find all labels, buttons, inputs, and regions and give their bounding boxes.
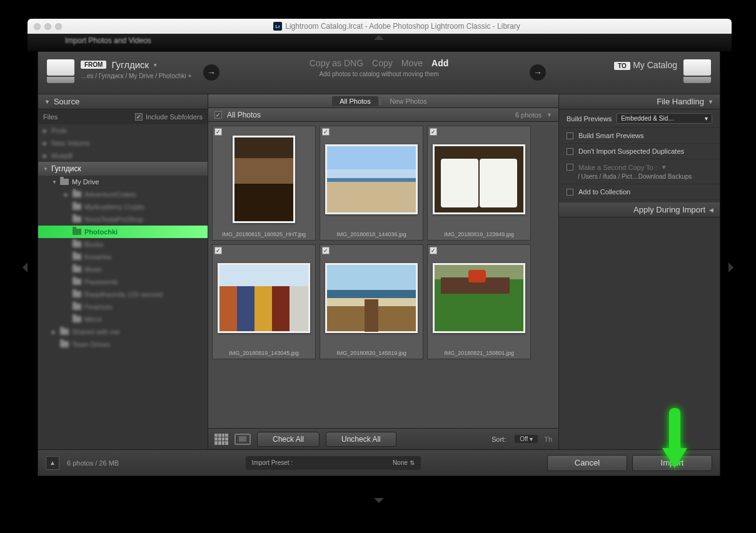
thumbnail-image[interactable]: [325, 263, 418, 333]
source-block[interactable]: FROM Гуглдиск ▾ …es / Гуглдиск / My Driv…: [47, 59, 191, 83]
thumbnail-image[interactable]: [218, 263, 310, 333]
folder-icon: [60, 179, 69, 185]
panel-expand-left-icon[interactable]: [23, 262, 28, 272]
loupe-view-icon[interactable]: [234, 434, 251, 445]
traffic-lights[interactable]: [34, 23, 62, 30]
files-bar: Files ✓ Include Subfolders: [38, 109, 208, 124]
disclosure-triangle-icon[interactable]: ◀: [709, 207, 713, 213]
no-duplicates-row[interactable]: Don't Import Suspected Duplicates: [559, 144, 720, 159]
tree-item[interactable]: Kosanka: [38, 251, 208, 263]
panel-expand-bottom-icon[interactable]: [374, 498, 384, 503]
smart-previews-row[interactable]: Build Smart Previews: [559, 128, 720, 144]
tree-item[interactable]: Finances: [38, 301, 208, 313]
tree-item[interactable]: ▶AdventureCrates: [38, 188, 208, 201]
thumb-checkbox[interactable]: ✓: [430, 247, 437, 254]
thumbnail-cell[interactable]: ✓ IMG_20180819_143045.jpg: [212, 244, 316, 359]
check-all-button[interactable]: Check All: [257, 432, 320, 447]
disclosure-triangle-icon[interactable]: ▼: [708, 99, 713, 105]
file-handling-header[interactable]: File Handling ▼: [559, 94, 720, 109]
sort-dropdown[interactable]: Off ▾: [515, 435, 538, 443]
tab-all-photos[interactable]: All Photos: [332, 96, 378, 106]
smart-previews-checkbox[interactable]: [567, 132, 573, 139]
grid-view-icon[interactable]: [214, 434, 228, 445]
thumb-filename: IMG_20180815_160925_HHT.jpg: [213, 231, 315, 237]
second-copy-label: Make a Second Copy To :: [578, 164, 657, 171]
thumbnail-cell[interactable]: ✓ IMG_20180819_123949.jpg: [427, 126, 531, 241]
thumb-filename: IMG_20180818_144036.jpg: [320, 231, 423, 237]
drive-icon: [47, 59, 74, 83]
tree-volume-header[interactable]: ▼Гуглдиск: [38, 162, 208, 176]
thumbnail-image[interactable]: [233, 136, 295, 223]
chevron-down-icon[interactable]: ▼: [547, 112, 552, 118]
thumbnail-image[interactable]: [433, 144, 525, 214]
build-previews-select[interactable]: Embedded & Sid…▾: [617, 113, 712, 124]
include-subfolders-checkbox[interactable]: ✓: [135, 113, 143, 121]
tree-item[interactable]: Passwords: [38, 276, 208, 288]
tree-item-mydrive[interactable]: ▼My Drive: [38, 176, 208, 188]
source-panel-title: Source: [54, 97, 79, 106]
add-collection-checkbox[interactable]: [567, 189, 573, 196]
no-duplicates-label: Don't Import Suspected Duplicates: [578, 147, 712, 155]
thumb-checkbox[interactable]: ✓: [214, 247, 222, 254]
tree-item[interactable]: ▶Pods: [38, 124, 208, 137]
panel-expand-right-icon[interactable]: [728, 262, 733, 272]
dest-name[interactable]: My Catalog: [633, 60, 677, 70]
source-panel-header[interactable]: ▼ Source: [38, 94, 208, 109]
apply-during-import-title: Apply During Import: [633, 205, 705, 214]
tree-item[interactable]: NovaTeslaProShop: [38, 213, 208, 226]
cancel-button[interactable]: Cancel: [547, 455, 627, 471]
tree-item[interactable]: ▶Shared with me: [38, 326, 208, 338]
close-dot[interactable]: [34, 23, 41, 30]
minimize-dot[interactable]: [44, 23, 51, 30]
zoom-dot[interactable]: [55, 23, 62, 30]
tab-new-photos[interactable]: New Photos: [383, 96, 435, 106]
no-duplicates-checkbox[interactable]: [567, 148, 573, 155]
action-add[interactable]: Add: [431, 58, 448, 68]
action-copy-dng[interactable]: Copy as DNG: [310, 58, 363, 68]
source-dropdown-icon[interactable]: ▾: [154, 62, 157, 68]
select-all-checkbox[interactable]: ✓: [214, 111, 222, 119]
tree-item[interactable]: Raspifraonda 120 second: [38, 288, 208, 301]
thumbnail-image[interactable]: [325, 144, 418, 214]
thumb-checkbox[interactable]: ✓: [214, 128, 222, 136]
destination-block[interactable]: TO My Catalog: [614, 59, 711, 83]
thumb-checkbox[interactable]: ✓: [322, 128, 330, 136]
action-subtitle: Add photos to catalog without moving the…: [310, 71, 449, 77]
thumb-checkbox[interactable]: ✓: [322, 247, 330, 254]
import-preset-select[interactable]: Import Preset : None ⇅: [246, 456, 421, 470]
apply-during-import-header[interactable]: Apply During Import ◀: [559, 202, 720, 217]
minimize-toggle-button[interactable]: ▲: [46, 456, 59, 470]
tree-item[interactable]: Music: [38, 263, 208, 276]
nav-forward-right-icon[interactable]: →: [530, 64, 546, 81]
second-copy-checkbox[interactable]: [567, 164, 573, 171]
thumbnail-cell[interactable]: ✓ IMG_20180820_145819.jpg: [320, 244, 423, 359]
smart-previews-label: Build Smart Previews: [578, 132, 712, 139]
action-copy[interactable]: Copy: [372, 58, 393, 68]
thumbnail-image[interactable]: [433, 263, 525, 333]
tree-item[interactable]: MyAcademy Crypto: [38, 201, 208, 213]
tree-item[interactable]: Team Drives: [38, 338, 208, 351]
tree-item[interactable]: ▶New Volume: [38, 137, 208, 149]
build-previews-row: Build Previews Embedded & Sid…▾: [559, 109, 720, 128]
add-collection-row[interactable]: Add to Collection: [559, 184, 720, 200]
tree-item[interactable]: Mirror: [38, 313, 208, 326]
source-tree[interactable]: ▶Pods ▶New Volume ▶bluepill ▼Гуглдиск ▼M…: [38, 124, 208, 449]
second-copy-row[interactable]: Make a Second Copy To : ▾ / Users / ifud…: [559, 159, 720, 184]
thumbnail-cell[interactable]: ✓ IMG_20180815_160925_HHT.jpg: [212, 126, 316, 241]
thumbnail-cell[interactable]: ✓ IMG_20180821_150801.jpg: [427, 244, 531, 359]
action-move[interactable]: Move: [401, 58, 423, 68]
tree-item[interactable]: ▶bluepill: [38, 149, 208, 162]
thumbnail-grid: ✓ IMG_20180815_160925_HHT.jpg ✓ IMG_2018…: [208, 122, 558, 428]
tree-item[interactable]: Books: [38, 238, 208, 251]
thumb-checkbox[interactable]: ✓: [430, 128, 437, 136]
source-name[interactable]: Гуглдиск: [111, 59, 149, 70]
disclosure-triangle-icon[interactable]: ▼: [44, 99, 50, 105]
import-stats: 6 photos / 26 MB: [67, 459, 119, 467]
lightroom-icon: Lr: [273, 22, 282, 31]
panel-expand-top-icon[interactable]: [374, 35, 384, 40]
nav-forward-left-icon[interactable]: →: [203, 64, 219, 81]
thumbnail-cell[interactable]: ✓ IMG_20180818_144036.jpg: [320, 126, 423, 241]
uncheck-all-button[interactable]: Uncheck All: [326, 432, 396, 447]
tree-item-selected[interactable]: Photochki: [38, 226, 208, 238]
chevron-down-icon[interactable]: ▾: [662, 163, 666, 171]
